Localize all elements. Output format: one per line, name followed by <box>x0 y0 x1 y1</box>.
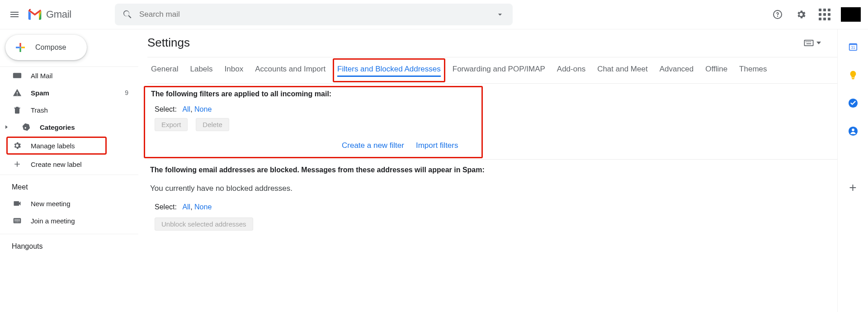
svg-rect-16 <box>852 78 854 79</box>
gear-icon <box>796 9 807 20</box>
filters-select-row: Select: All, None <box>147 101 837 116</box>
nav-label: New meeting <box>31 200 71 208</box>
keep-icon[interactable] <box>848 70 858 80</box>
svg-rect-3 <box>16 47 19 48</box>
tab-labels[interactable]: Labels <box>190 64 212 77</box>
gmail-logo-icon <box>27 9 42 20</box>
trash-icon <box>13 105 22 114</box>
import-filters-link[interactable]: Import filters <box>416 141 458 150</box>
search-icon <box>122 9 133 20</box>
tab-themes[interactable]: Themes <box>739 64 767 77</box>
apps-grid-icon <box>819 9 830 20</box>
calendar-icon[interactable]: 31 <box>848 42 858 52</box>
support-button[interactable] <box>769 5 787 24</box>
header: Gmail <box>0 0 868 29</box>
join-meeting-button[interactable]: Join a meeting <box>0 212 138 229</box>
cat-icon <box>22 123 31 132</box>
sidebar-item-spam[interactable]: Spam9 <box>0 84 138 101</box>
meet-section-title: Meet <box>0 175 138 195</box>
svg-rect-11 <box>811 41 811 42</box>
help-icon <box>772 9 783 20</box>
tab-advanced[interactable]: Advanced <box>660 64 694 77</box>
svg-rect-10 <box>809 41 810 42</box>
hamburger-icon <box>9 9 20 20</box>
svg-rect-2 <box>19 48 21 52</box>
svg-text:31: 31 <box>851 46 855 50</box>
gmail-logo[interactable]: Gmail <box>27 9 71 20</box>
export-button: Export <box>155 118 188 131</box>
svg-rect-4 <box>19 47 21 48</box>
tab-inbox[interactable]: Inbox <box>225 64 244 77</box>
sidebar: Compose All MailSpam9TrashCategoriesMana… <box>0 29 138 312</box>
sidebar-item-manage-labels[interactable]: Manage labels <box>6 137 107 155</box>
sidebar-item-categories[interactable]: Categories <box>0 118 138 136</box>
tab-accounts-and-import[interactable]: Accounts and Import <box>255 64 326 77</box>
blocked-select-row: Select: All, None <box>147 193 837 214</box>
tab-chat-and-meet[interactable]: Chat and Meet <box>597 64 648 77</box>
allmail-icon <box>13 71 22 80</box>
compose-label: Compose <box>35 43 66 52</box>
nav-label: Manage labels <box>31 142 75 150</box>
unblock-button: Unblock selected addresses <box>155 217 253 231</box>
tasks-icon[interactable] <box>848 98 858 108</box>
page-title: Settings <box>147 36 190 50</box>
tab-add-ons[interactable]: Add-ons <box>557 64 585 77</box>
settings-button[interactable] <box>792 5 810 24</box>
filters-section-header: The following filters are applied to all… <box>147 83 837 98</box>
search-bar[interactable] <box>115 4 513 25</box>
create-filter-link[interactable]: Create a new filter <box>342 141 404 150</box>
tab-general[interactable]: General <box>151 64 178 77</box>
chevron-down-icon <box>816 42 821 44</box>
sidebar-item-all-mail[interactable]: All Mail <box>0 67 138 84</box>
spam-icon <box>13 88 22 97</box>
input-tools-button[interactable] <box>804 40 821 46</box>
nav-label: Trash <box>31 106 48 114</box>
keyboard-icon <box>13 216 22 225</box>
select-label: Select: <box>155 203 177 211</box>
new-meeting-button[interactable]: New meeting <box>0 195 138 212</box>
select-all-link[interactable]: All <box>182 203 190 211</box>
plus-icon <box>13 160 22 169</box>
svg-rect-6 <box>805 40 813 45</box>
svg-point-19 <box>852 128 854 131</box>
nav-label: All Mail <box>31 72 52 80</box>
keyboard-small-icon <box>804 40 814 46</box>
select-label: Select: <box>155 105 177 113</box>
compose-plus-icon <box>14 41 27 54</box>
svg-rect-9 <box>808 41 809 42</box>
account-avatar[interactable] <box>841 7 861 22</box>
camera-icon <box>13 199 22 208</box>
select-none-link[interactable]: None <box>194 105 212 113</box>
search-options-icon[interactable] <box>495 10 505 19</box>
delete-button: Delete <box>196 118 229 131</box>
gear-icon <box>13 141 22 150</box>
nav-label: Categories <box>40 123 75 131</box>
google-apps-button[interactable] <box>816 5 834 24</box>
main-menu-button[interactable] <box>4 4 25 25</box>
select-all-link[interactable]: All <box>182 105 190 113</box>
app-name: Gmail <box>46 9 71 20</box>
get-addons-button[interactable]: + <box>849 180 856 195</box>
sidebar-item-trash[interactable]: Trash <box>0 101 138 118</box>
sidebar-item-create-new-label[interactable]: Create new label <box>0 156 138 173</box>
svg-rect-8 <box>807 41 808 42</box>
search-input[interactable] <box>139 10 492 19</box>
tab-filters-and-blocked-addresses[interactable]: Filters and Blocked Addresses <box>337 64 441 77</box>
contacts-icon[interactable] <box>848 126 858 136</box>
tab-forwarding-and-pop-imap[interactable]: Forwarding and POP/IMAP <box>453 64 545 77</box>
nav-label: Create new label <box>31 161 82 168</box>
settings-main: Settings GeneralLabelsInboxAccounts and … <box>138 29 837 312</box>
blocked-section-header: The following email addresses are blocke… <box>147 159 837 174</box>
svg-rect-0 <box>19 43 21 47</box>
nav-label: Join a meeting <box>31 217 75 225</box>
blocked-empty-text: You currently have no blocked addresses. <box>147 174 837 193</box>
nav-label: Spam <box>31 89 49 97</box>
nav-count: 9 <box>125 89 128 96</box>
compose-button[interactable]: Compose <box>5 35 87 60</box>
svg-rect-1 <box>21 47 25 48</box>
select-none-link[interactable]: None <box>194 203 212 211</box>
header-actions <box>769 5 861 24</box>
settings-tabs: GeneralLabelsInboxAccounts and ImportFil… <box>147 57 837 83</box>
hangouts-section-title: Hangouts <box>0 234 138 254</box>
tab-offline[interactable]: Offline <box>705 64 727 77</box>
